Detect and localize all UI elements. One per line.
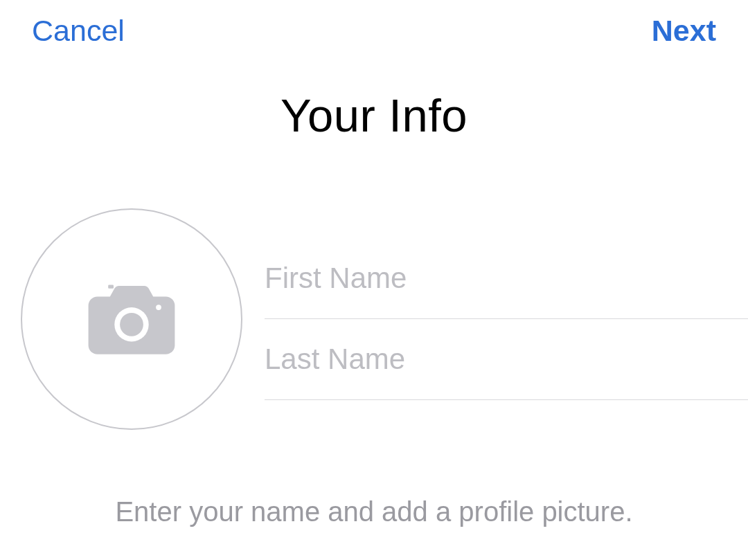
form-area xyxy=(0,208,748,430)
cancel-button[interactable]: Cancel xyxy=(32,14,125,48)
first-name-input[interactable] xyxy=(265,238,748,319)
svg-point-2 xyxy=(120,313,143,336)
page-title: Your Info xyxy=(0,89,748,142)
hint-text: Enter your name and add a profile pictur… xyxy=(0,496,748,527)
last-name-input[interactable] xyxy=(265,319,748,400)
svg-rect-0 xyxy=(108,285,114,289)
name-fields xyxy=(265,238,748,400)
camera-icon xyxy=(87,281,177,357)
svg-point-3 xyxy=(156,305,161,310)
add-photo-button[interactable] xyxy=(21,208,242,430)
nav-bar: Cancel Next xyxy=(0,0,748,48)
next-button[interactable]: Next xyxy=(652,14,716,48)
